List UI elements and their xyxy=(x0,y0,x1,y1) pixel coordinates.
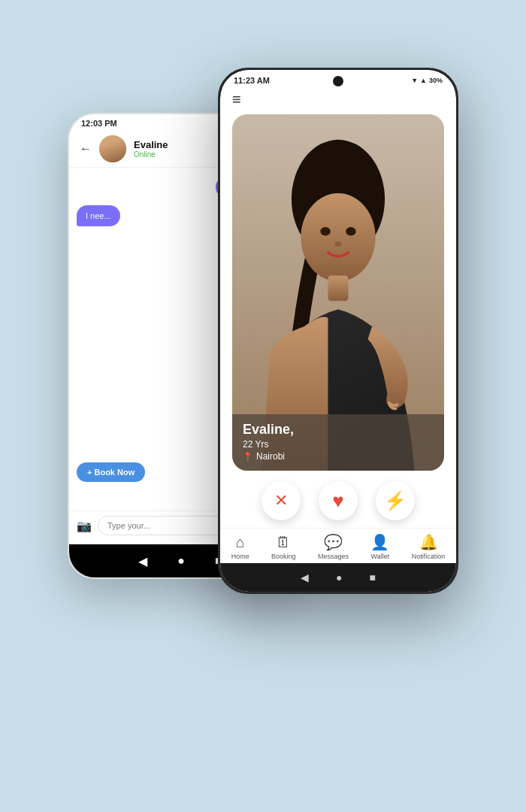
svg-rect-6 xyxy=(328,275,348,301)
home-icon: ⌂ xyxy=(236,534,245,551)
profile-name: Evaline, xyxy=(243,422,434,438)
action-buttons: ✕ ♥ ⚡ xyxy=(220,471,456,528)
nav-home[interactable]: ⌂ Home xyxy=(231,534,249,560)
contact-avatar xyxy=(99,135,126,162)
hw-back-btn[interactable]: ◀ xyxy=(138,554,147,568)
front-battery: 30% xyxy=(429,77,443,84)
top-bar: ≡ xyxy=(220,88,456,114)
front-phone-inner: 11:23 AM ▼ ▲ 30% ≡ xyxy=(220,70,456,592)
message-bubble-received: I nee... xyxy=(77,205,120,226)
camera-icon: 📷 xyxy=(77,519,92,533)
nav-booking[interactable]: 🗓 Booking xyxy=(271,534,296,560)
like-button[interactable]: ♥ xyxy=(319,481,358,520)
contact-info: Evaline Online xyxy=(134,139,168,159)
notification-icon: 🔔 xyxy=(419,533,438,551)
location-icon: 📍 xyxy=(243,452,253,462)
front-phone: 11:23 AM ▼ ▲ 30% ≡ xyxy=(218,68,458,594)
bottom-nav: ⌂ Home 🗓 Booking 💬 Messages 👤 Wallet 🔔 xyxy=(220,528,456,563)
svg-point-2 xyxy=(301,193,375,281)
svg-point-4 xyxy=(346,227,356,235)
signal-front-icon: ▲ xyxy=(420,77,427,84)
messages-label: Messages xyxy=(318,553,349,560)
location-text: Nairobi xyxy=(256,451,285,462)
boost-button[interactable]: ⚡ xyxy=(376,481,415,520)
booking-label: Booking xyxy=(271,553,296,560)
dislike-icon: ✕ xyxy=(274,491,288,511)
menu-button[interactable]: ≡ xyxy=(232,91,241,108)
home-label: Home xyxy=(231,553,249,560)
book-now-button[interactable]: + Book Now xyxy=(77,462,145,482)
profile-card: Evaline, 22 Yrs 📍 Nairobi xyxy=(232,114,444,471)
heart-icon: ♥ xyxy=(332,489,343,513)
front-hw-back[interactable]: ◀ xyxy=(301,571,309,583)
svg-point-5 xyxy=(334,241,341,247)
profile-age: 22 Yrs xyxy=(243,439,434,450)
wifi-front-icon: ▼ xyxy=(411,77,418,84)
profile-location: 📍 Nairobi xyxy=(243,451,434,462)
back-time: 12:03 PM xyxy=(81,119,117,128)
profile-info-overlay: Evaline, 22 Yrs 📍 Nairobi xyxy=(232,414,444,471)
front-status-icons: ▼ ▲ 30% xyxy=(411,77,443,84)
nav-wallet[interactable]: 👤 Wallet xyxy=(370,533,389,560)
front-time: 11:23 AM xyxy=(234,76,270,85)
hw-home-btn[interactable]: ● xyxy=(177,554,185,568)
avatar-image xyxy=(99,135,126,162)
phones-container: 12:03 PM ⏰ ▼ ▲ 45% ← Evaline Online I ne… xyxy=(68,68,458,744)
nav-notification[interactable]: 🔔 Notification xyxy=(412,533,446,560)
back-button[interactable]: ← xyxy=(80,142,92,156)
wallet-icon: 👤 xyxy=(370,533,389,551)
nav-messages[interactable]: 💬 Messages xyxy=(318,533,349,560)
dislike-button[interactable]: ✕ xyxy=(261,481,301,520)
messages-icon: 💬 xyxy=(324,533,343,551)
front-hw-recents[interactable]: ■ xyxy=(370,571,376,583)
notification-label: Notification xyxy=(412,553,446,560)
camera-notch xyxy=(333,76,343,86)
front-hw-home[interactable]: ● xyxy=(336,571,342,583)
contact-status: Online xyxy=(134,150,168,159)
svg-point-3 xyxy=(320,227,331,235)
front-hw-nav: ◀ ● ■ xyxy=(220,563,456,592)
wallet-label: Wallet xyxy=(371,553,390,560)
contact-name: Evaline xyxy=(134,139,168,150)
lightning-icon: ⚡ xyxy=(384,490,407,511)
booking-icon: 🗓 xyxy=(276,534,291,551)
